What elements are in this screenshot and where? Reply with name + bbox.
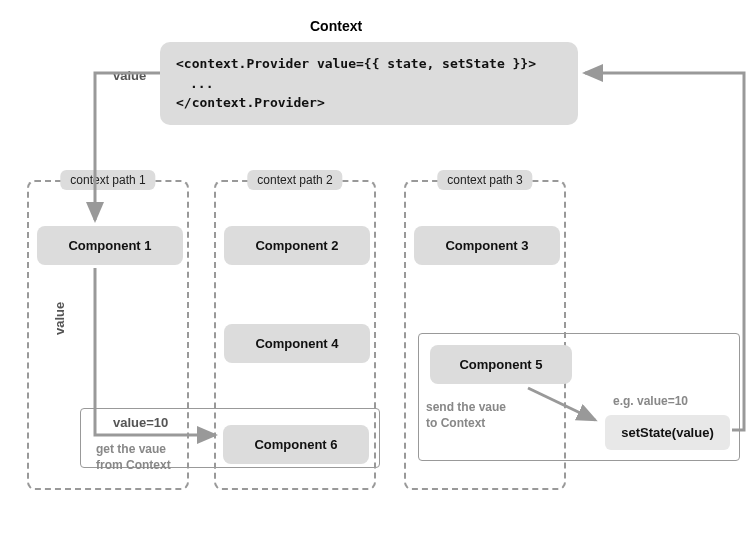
value-10-label: value=10 <box>113 415 168 430</box>
setstate-box: setState(value) <box>605 415 730 450</box>
code-line-2: ... <box>176 74 562 94</box>
send-value-caption: send the vaue to Context <box>426 400 506 431</box>
value-label-left: value <box>52 302 67 335</box>
code-line-1: <context.Provider value={{ state, setSta… <box>176 54 562 74</box>
path-label-3: context path 3 <box>437 170 532 190</box>
value-label-top: value <box>113 68 146 83</box>
path-label-2: context path 2 <box>247 170 342 190</box>
diagram-title: Context <box>310 18 362 34</box>
get-value-caption: get the vaue from Context <box>96 442 171 473</box>
context-provider-box: <context.Provider value={{ state, setSta… <box>160 42 578 125</box>
component-2-box: Component 2 <box>224 226 370 265</box>
path-label-1: context path 1 <box>60 170 155 190</box>
component-3-box: Component 3 <box>414 226 560 265</box>
component-5-box: Component 5 <box>430 345 572 384</box>
component-6-box: Component 6 <box>223 425 369 464</box>
code-line-3: </context.Provider> <box>176 93 562 113</box>
component-1-box: Component 1 <box>37 226 183 265</box>
component-4-box: Component 4 <box>224 324 370 363</box>
eg-value-caption: e.g. value=10 <box>613 394 688 408</box>
